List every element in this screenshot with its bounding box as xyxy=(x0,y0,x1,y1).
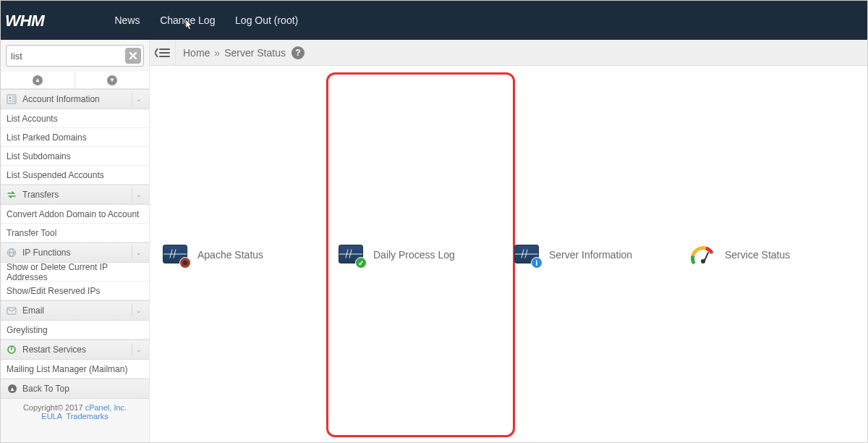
nav-logout[interactable]: Log Out (root) xyxy=(235,1,298,40)
sidebar-item-label: Show/Edit Reserved IPs xyxy=(7,286,100,296)
search-clear-button[interactable] xyxy=(125,48,141,64)
transfers-icon xyxy=(5,190,18,200)
collapse-expand-row: ▲ ▼ xyxy=(1,72,149,89)
caret-down-icon: ▼ xyxy=(107,75,117,85)
sidebar-item[interactable]: Show/Edit Reserved IPs xyxy=(1,282,149,300)
sidebar-item[interactable]: Convert Addon Domain to Account xyxy=(1,205,149,224)
account-icon xyxy=(5,94,18,104)
sidebar-item-label: Transfer Tool xyxy=(7,228,56,238)
logo[interactable]: WHM xyxy=(5,1,98,40)
tile-label: Apache Status xyxy=(197,249,263,261)
sidebar-item[interactable]: Greylisting xyxy=(1,321,149,339)
main-area: Home » Server Status ? Apache Status ✓ D… xyxy=(150,40,867,443)
expand-all-button[interactable]: ▼ xyxy=(75,72,149,88)
chevron-down-icon: ⌄ xyxy=(132,188,145,201)
caret-up-icon: ▲ xyxy=(33,75,43,85)
sidebar-item[interactable]: List Subdomains xyxy=(1,147,149,166)
whm-logo-icon: WHM xyxy=(5,7,98,33)
sidebar-item[interactable]: Mailing List Manager (Mailman) xyxy=(1,360,149,379)
chevron-down-icon: ⌄ xyxy=(132,93,145,106)
sidebar-item-label: List Subdomains xyxy=(7,151,71,161)
sidebar-item-label: List Parked Domains xyxy=(7,132,87,143)
sidebar-item[interactable]: List Suspended Accounts xyxy=(1,166,149,185)
sidebar-footer: Copyright© 2017 cPanel, Inc. EULA Tradem… xyxy=(1,399,149,425)
sidebar-category-label: Restart Services xyxy=(22,345,86,355)
menu-collapse-icon xyxy=(155,47,171,59)
restart-icon xyxy=(5,345,18,355)
nav-changelog[interactable]: Change Log xyxy=(160,1,215,40)
compass-badge-icon xyxy=(179,257,191,269)
chevron-down-icon: ⌄ xyxy=(132,304,145,317)
breadcrumb: Home » Server Status ? xyxy=(150,40,867,66)
tile-service-status[interactable]: Service Status xyxy=(684,79,860,431)
sidebar-category-label: Transfers xyxy=(22,190,59,200)
email-icon xyxy=(5,305,18,316)
sidebar-item[interactable]: Show or Delete Current IP Addresses xyxy=(1,263,149,282)
back-to-top[interactable]: ▲ Back To Top xyxy=(1,379,149,399)
back-to-top-label: Back To Top xyxy=(22,384,69,394)
tile-server-information[interactable]: i Server Information xyxy=(509,79,684,431)
breadcrumb-separator: » xyxy=(214,47,220,59)
tile-daily-process-log[interactable]: ✓ Daily Process Log xyxy=(333,79,509,431)
sidebar-item-label: List Accounts xyxy=(7,114,58,124)
sidebar-item-label: Convert Addon Domain to Account xyxy=(7,209,139,219)
sidebar-category-label: IP Functions xyxy=(22,248,70,258)
svg-point-2 xyxy=(9,97,12,99)
nav-news[interactable]: News xyxy=(115,1,140,40)
sidebar-category[interactable]: Transfers⌄ xyxy=(1,185,149,205)
server-information-icon: i xyxy=(514,245,539,265)
sidebar-item[interactable]: Transfer Tool xyxy=(1,224,149,242)
sidebar-category[interactable]: Restart Services⌄ xyxy=(1,339,149,360)
tile-label: Server Information xyxy=(549,249,632,261)
tile-apache-status[interactable]: Apache Status xyxy=(157,79,333,431)
ip-icon xyxy=(5,248,18,258)
sidebar-item-label: Show or Delete Current IP Addresses xyxy=(7,262,143,282)
sidebar: ▲ ▼ Account Information⌄List AccountsLis… xyxy=(1,40,150,443)
topbar-nav: News Change Log Log Out (root) xyxy=(106,1,307,40)
eula-link[interactable]: EULA xyxy=(41,412,61,421)
help-button[interactable]: ? xyxy=(292,46,305,59)
trademarks-link[interactable]: Trademarks xyxy=(66,412,108,421)
arrow-up-icon: ▲ xyxy=(7,384,18,394)
close-icon xyxy=(129,51,137,60)
topbar: WHM News Change Log Log Out (root) xyxy=(1,1,867,40)
sidebar-item[interactable]: List Parked Domains xyxy=(1,128,149,147)
tile-label: Daily Process Log xyxy=(373,249,455,261)
sidebar-category[interactable]: IP Functions⌄ xyxy=(1,242,149,263)
sidebar-item-label: List Suspended Accounts xyxy=(7,170,104,180)
apache-status-icon xyxy=(163,245,187,265)
cpanel-link[interactable]: cPanel, Inc. xyxy=(85,403,127,412)
svg-text:WHM: WHM xyxy=(5,12,46,30)
breadcrumb-home[interactable]: Home xyxy=(183,47,210,59)
search-wrapper xyxy=(6,45,144,67)
chevron-down-icon: ⌄ xyxy=(132,246,145,259)
sidebar-category-label: Email xyxy=(22,305,44,316)
service-status-icon xyxy=(690,245,715,265)
sidebar-item-label: Mailing List Manager (Mailman) xyxy=(7,364,127,374)
chevron-down-icon: ⌄ xyxy=(132,343,145,356)
copyright-text: Copyright© 2017 xyxy=(23,403,85,412)
sidebar-category[interactable]: Email⌄ xyxy=(1,300,149,321)
sidebar-category[interactable]: Account Information⌄ xyxy=(1,89,149,109)
collapse-all-button[interactable]: ▲ xyxy=(1,72,75,88)
daily-process-log-icon: ✓ xyxy=(339,245,363,265)
toggle-sidebar-button[interactable] xyxy=(150,40,176,66)
check-badge-icon: ✓ xyxy=(355,257,367,269)
breadcrumb-page: Server Status xyxy=(224,47,286,59)
sidebar-category-label: Account Information xyxy=(22,94,100,104)
sidebar-item-label: Greylisting xyxy=(7,325,48,335)
sidebar-item[interactable]: List Accounts xyxy=(1,109,149,128)
info-badge-icon: i xyxy=(531,257,542,269)
tile-label: Service Status xyxy=(725,249,790,261)
search-input[interactable] xyxy=(6,45,144,67)
content-tiles: Apache Status ✓ Daily Process Log i Serv… xyxy=(150,66,867,443)
